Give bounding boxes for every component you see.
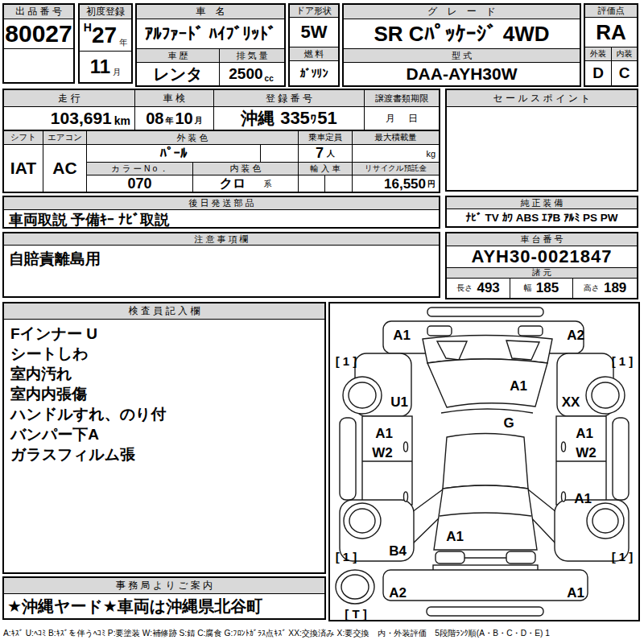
exterior-score-value: D (585, 61, 611, 85)
damage-label-door-front-right: A1 (576, 426, 593, 441)
roof-front-edge (441, 409, 533, 413)
first-registration-box: 初度登録 H 27 年 11 月 (78, 3, 133, 84)
model-code-value: DAA-AYH30W (344, 63, 580, 85)
auction-sheet: 出 品 番 号 80027 初度登録 H 27 年 11 月 車 名 ｱﾙﾌｧｰ… (0, 0, 644, 644)
imported-label: 輸 入 車 (298, 163, 352, 175)
damage-label-door-front-left-2: W2 (372, 445, 393, 460)
color-no-label: カ ラ ー N o ． (87, 163, 192, 175)
plate-label: 登 録 番 号 (214, 90, 364, 107)
interior-color-cell: クロ 系 (192, 175, 298, 192)
recycle-deposit-value: 16,550 (384, 176, 426, 192)
aircon-label: エアコン (43, 131, 86, 145)
rocker-panel-right (613, 418, 629, 500)
interior-color-unit: 系 (263, 179, 271, 190)
inspector-note-line: シートしわ (10, 344, 318, 364)
later-shipping-value: 車両取説 予備ｷｰ ﾅﾋﾞ取説 (4, 210, 439, 229)
score-value: RA (585, 18, 637, 47)
inspector-notes-box: 検 査 員 記 入 欄 Fインナー U シートしわ 室内汚れ 室内内張傷 ハンド… (2, 302, 326, 574)
aircon-value: AC (43, 145, 86, 192)
plate-kana: ﾜ (311, 112, 317, 126)
plate-number: 335 (280, 108, 310, 129)
displacement-value: 2500 (229, 65, 262, 83)
tread-label-rear-right: [ 1 ] (612, 550, 634, 564)
max-load-label: 最大積載量 (352, 131, 439, 145)
car-name-box: 車 名 ｱﾙﾌｧｰﾄﾞ ﾊｲﾌﾞﾘｯﾄﾞ 車 歴 レンタ 排 気 量 2500 … (135, 3, 286, 87)
grade-label: グ レ ー ド (344, 5, 580, 19)
transfer-docs-label: 譲渡書類期限 (365, 90, 439, 107)
plate-cell: 沖縄 335 ﾜ 51 (214, 107, 364, 130)
dimensions-label: 諸 元 (447, 267, 637, 279)
tail-light-right (506, 551, 535, 564)
tread-label-front-right: [ 1 ] (612, 354, 634, 368)
width-value: 185 (536, 280, 559, 296)
inspection-month-unit: 月 (195, 115, 203, 126)
front-bumper-strip (427, 308, 543, 316)
first-registration-month-cell: 11 月 (80, 52, 131, 82)
exterior-color-value: ﾊﾟｰﾙ (87, 145, 260, 162)
inspector-note-line: 室内汚れ (10, 364, 318, 384)
damage-label-door-rear-right: A1 (574, 491, 592, 506)
inspector-note-line: Fインナー U (10, 324, 318, 344)
genuine-equipment-box: 純 正 装 備 ﾅﾋﾞ TV ｶﾜ ABS ｴｱB ｱﾙﾐ PS PW (445, 196, 638, 228)
transfer-docs-cell: 月 日 (365, 107, 439, 130)
later-shipping-label: 後 日 発 送 部 品 (4, 197, 439, 210)
recycle-deposit-unit: 円 (427, 179, 436, 190)
damage-label-door-front-right-2: W2 (576, 445, 597, 460)
shift-label: シフト (4, 131, 43, 145)
damage-label-fender-right: XX (562, 394, 580, 410)
wheel-front-right-inner (592, 382, 619, 408)
chassis-label: 車 台 番 号 (447, 233, 637, 246)
capacity-label: 乗車定員 (298, 131, 352, 145)
damage-label-fender-left: U1 (390, 394, 408, 410)
fuel-label: 燃 料 (290, 47, 338, 61)
car-name-value: ｱﾙﾌｧｰﾄﾞ ﾊｲﾌﾞﾘｯﾄﾞ (137, 19, 284, 48)
transfer-docs-month-unit: 月 (386, 112, 395, 126)
era-letter: H (84, 21, 92, 34)
mileage-label: 走 行 (4, 90, 134, 107)
inspector-note-line: ガラスフィルム張 (10, 444, 318, 464)
fuel-value: ｶﾞｿﾘﾝ (290, 61, 338, 85)
headlight-right (518, 326, 543, 336)
grade-value: SR Cﾊﾟｯｹｰｼﾞ 4WD (344, 19, 580, 48)
inspection-cell: 08 年 10 月 (135, 107, 213, 130)
history-value: レンタ (137, 63, 219, 85)
capacity-value: 7 (316, 145, 324, 162)
door-shape-label: ドア形状 (290, 5, 338, 18)
history-label: 車 歴 (137, 49, 219, 63)
door-handle-front-right (562, 442, 566, 452)
inspection-year: 08 (146, 109, 163, 128)
interior-score-label: 内装 (612, 47, 637, 61)
exterior-color-empty-cell (260, 145, 298, 162)
tread-label-front-left: [ 1 ] (336, 354, 357, 368)
grade-box: グ レ ー ド SR Cﾊﾟｯｹｰｼﾞ 4WD 型 式 DAA-AYH30W (342, 3, 581, 87)
genuine-equipment-value: ﾅﾋﾞ TV ｶﾜ ABS ｴｱB ｱﾙﾐ PS PW (447, 209, 637, 226)
lot-number-label: 出 品 番 号 (4, 5, 73, 19)
damage-label-hood-right: A2 (567, 328, 584, 343)
year-unit: 年 (119, 37, 127, 48)
mileage-value: 103,691 (51, 109, 112, 128)
inspection-month: 10 (175, 109, 193, 128)
spare-tire-label: [ T ] (345, 607, 367, 620)
damage-label-door-front-left: A1 (375, 426, 393, 441)
max-load-unit: kg (426, 149, 436, 159)
chassis-box: 車 台 番 号 AYH30-0021847 諸 元 長さ 493 幅 185 高… (445, 232, 638, 299)
max-load-cell: kg (352, 145, 439, 162)
shift-value: IAT (4, 145, 43, 192)
plate-serial: 51 (317, 108, 336, 129)
rear-bumper (383, 570, 588, 601)
score-box: 評価点 RA 外装 D 内装 C (584, 3, 638, 87)
cautions-box: 注 意 事 項 欄 自賠責離島用 (2, 232, 440, 298)
office-notice-label: 事 務 局 よ り ご 案 内 (4, 578, 324, 594)
height-cell: 高さ 189 (572, 279, 637, 298)
windshield-glass (427, 359, 547, 407)
office-notice-box: 事 務 局 よ り ご 案 内 ★沖縄ヤード★車両は沖縄県北谷町 (2, 576, 326, 620)
registration-band: 走 行 103,691 km 車 検 08 年 10 月 登 録 番 号 沖縄 … (2, 89, 440, 131)
car-name-label: 車 名 (137, 5, 284, 19)
inspector-note-line: バンパー下A (10, 424, 318, 444)
inspector-note-line: ハンドルすれ、のり付 (10, 404, 318, 424)
damage-label-hood-left: A1 (393, 328, 411, 343)
lot-number-empty-cell (4, 48, 73, 82)
length-label: 長さ (456, 283, 473, 294)
headlight-left (427, 326, 452, 336)
transfer-docs-day-unit: 日 (408, 112, 418, 126)
